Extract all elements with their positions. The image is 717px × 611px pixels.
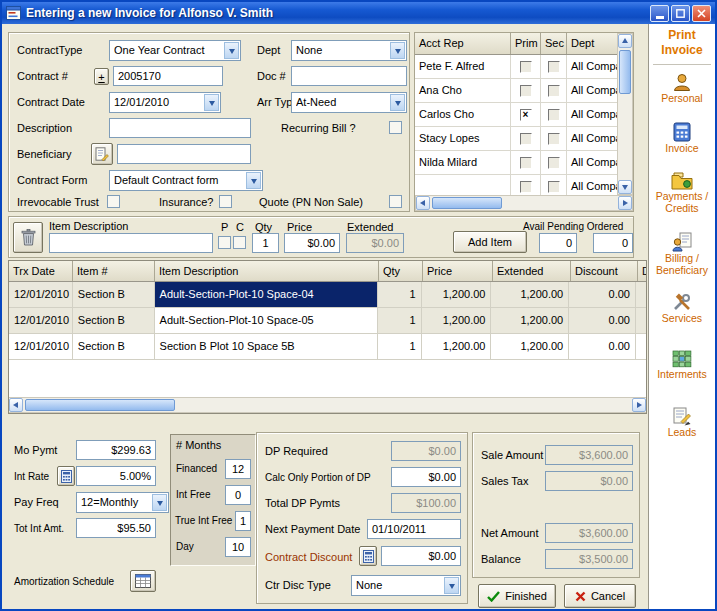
acct-grid-hscrollbar[interactable] <box>415 195 633 211</box>
invoice-item-row[interactable]: 12/01/2010 Section B Adult-Section-Plot-… <box>9 308 646 334</box>
add-item-button[interactable]: Add Item <box>453 231 527 253</box>
scroll-down-button[interactable] <box>618 180 632 194</box>
chevron-down-icon[interactable] <box>444 577 459 594</box>
prim-checkbox-cell[interactable] <box>511 175 541 195</box>
acct-rep-name[interactable]: Ana Cho <box>415 79 511 103</box>
grid-cell-extended[interactable]: 1,200.00 <box>491 308 569 334</box>
next-payment-field[interactable]: 01/10/2011 <box>367 519 461 539</box>
prim-checkbox-cell[interactable] <box>511 55 541 79</box>
sec-checkbox[interactable] <box>548 157 560 169</box>
close-button[interactable] <box>692 5 711 22</box>
sidebar-item-invoice[interactable]: Invoice <box>649 122 715 154</box>
sec-checkbox[interactable] <box>548 85 560 97</box>
irrevocable-trust-checkbox[interactable] <box>107 195 120 208</box>
sidebar-item-personal[interactable]: Personal <box>649 72 715 104</box>
acct-rep-name[interactable] <box>415 175 511 195</box>
recurring-bill-checkbox[interactable] <box>389 121 402 134</box>
grid-cell-item-no[interactable]: Section B <box>73 334 155 360</box>
grid-cell-description[interactable]: Section B Plot 10 Space 5B <box>155 334 378 360</box>
avail-field[interactable]: 0 <box>539 233 577 253</box>
sec-checkbox-cell[interactable] <box>541 127 567 151</box>
ctr-disc-type-select[interactable]: None <box>351 575 461 596</box>
acct-rep-dept[interactable]: All Compa <box>567 79 617 103</box>
grid-cell-price[interactable]: 1,200.00 <box>422 308 492 334</box>
contract-date-picker[interactable]: 12/01/2010 <box>109 92 221 113</box>
beneficiary-lookup-button[interactable] <box>91 143 113 165</box>
chevron-down-icon[interactable] <box>246 172 261 189</box>
grid-cell-discount[interactable]: 0.00 <box>569 308 636 334</box>
grid-cell-qty[interactable]: 1 <box>378 282 422 308</box>
quote-checkbox[interactable] <box>389 195 402 208</box>
sidebar-item-services[interactable]: Services <box>649 292 715 324</box>
acct-rep-name[interactable]: Carlos Cho <box>415 103 511 127</box>
chevron-down-icon[interactable] <box>390 94 405 111</box>
prim-checkbox[interactable] <box>520 61 532 73</box>
dept-select[interactable]: None <box>291 40 407 61</box>
financed-field[interactable]: 12 <box>225 459 251 479</box>
vscroll-thumb[interactable] <box>619 50 631 94</box>
grid-cell-price[interactable]: 1,200.00 <box>422 282 492 308</box>
sidebar-item-payments-credits[interactable]: Payments / Credits <box>649 172 715 214</box>
hscroll-thumb[interactable] <box>25 399 175 411</box>
acct-rep-row[interactable]: Carlos Cho × All Compa <box>415 103 617 127</box>
delete-item-button[interactable] <box>13 222 43 253</box>
prim-checkbox[interactable] <box>520 157 532 169</box>
prim-checkbox[interactable] <box>520 133 532 145</box>
chevron-down-icon[interactable] <box>204 94 219 111</box>
scroll-left-button[interactable] <box>416 196 430 210</box>
contract-discount-calc-button[interactable] <box>359 546 377 566</box>
grid-cell-extended[interactable]: 1,200.00 <box>491 282 569 308</box>
beneficiary-field[interactable] <box>117 144 251 164</box>
acct-rep-dept[interactable]: All Compa <box>567 55 617 79</box>
tot-int-field[interactable]: $95.50 <box>76 518 156 538</box>
chevron-down-icon[interactable] <box>224 42 239 59</box>
maximize-button[interactable] <box>671 5 690 22</box>
grid-cell-discount[interactable]: 0.00 <box>569 282 636 308</box>
contract-discount-field[interactable]: $0.00 <box>381 546 461 566</box>
contract-number-field[interactable]: 2005170 <box>113 66 223 86</box>
grid-cell-discount[interactable]: 0.00 <box>569 334 636 360</box>
doc-number-field[interactable] <box>291 66 407 86</box>
sec-checkbox[interactable] <box>548 133 560 145</box>
sec-checkbox-cell[interactable] <box>541 175 567 195</box>
arr-type-select[interactable]: At-Need <box>291 92 407 113</box>
acct-rep-row[interactable]: Nilda Milard All Compa <box>415 151 617 175</box>
c-checkbox[interactable] <box>233 236 246 249</box>
contract-number-add-button[interactable]: + <box>94 68 109 85</box>
grid-cell-item-no[interactable]: Section B <box>73 308 155 334</box>
prim-checkbox-cell[interactable] <box>511 151 541 175</box>
items-grid-hscrollbar[interactable] <box>9 397 646 413</box>
minimize-button[interactable] <box>650 5 669 22</box>
grid-cell-item-no[interactable]: Section B <box>73 282 155 308</box>
acct-rep-dept[interactable]: All Compa <box>567 103 617 127</box>
chevron-down-icon[interactable] <box>152 494 167 511</box>
amortization-schedule-button[interactable] <box>130 570 156 592</box>
grid-cell-description[interactable]: Adult-Section-Plot-10 Space-05 <box>155 308 378 334</box>
sec-checkbox-cell[interactable] <box>541 151 567 175</box>
sec-checkbox-cell[interactable] <box>541 103 567 127</box>
qty-field[interactable]: 1 <box>252 233 279 253</box>
sec-checkbox[interactable] <box>548 61 560 73</box>
grid-cell-d[interactable] <box>636 308 646 334</box>
sidebar-item-billing-beneficiary[interactable]: Billing / Beneficiary <box>649 232 715 276</box>
sec-checkbox[interactable] <box>548 109 560 121</box>
print-invoice-button[interactable]: Print Invoice <box>649 28 715 58</box>
acct-rep-row[interactable]: All Compa <box>415 175 617 195</box>
int-rate-field[interactable]: 5.00% <box>76 466 156 486</box>
contract-type-select[interactable]: One Year Contract <box>109 40 241 61</box>
chevron-down-icon[interactable] <box>390 42 405 59</box>
grid-cell-price[interactable]: 1,200.00 <box>422 334 492 360</box>
grid-cell-trx-date[interactable]: 12/01/2010 <box>9 334 73 360</box>
finished-button[interactable]: Finished <box>478 584 556 608</box>
int-free-field[interactable]: 0 <box>225 485 251 505</box>
acct-rep-row[interactable]: Ana Cho All Compa <box>415 79 617 103</box>
contract-form-select[interactable]: Default Contract form <box>109 170 263 191</box>
cancel-button[interactable]: Cancel <box>564 584 636 608</box>
acct-grid-vscrollbar[interactable] <box>617 33 633 195</box>
true-int-free-field[interactable]: 1 <box>235 511 251 531</box>
grid-cell-d[interactable] <box>636 334 646 360</box>
prim-checkbox[interactable]: × <box>520 109 532 121</box>
prim-checkbox-cell[interactable] <box>511 127 541 151</box>
prim-checkbox-cell[interactable]: × <box>511 103 541 127</box>
title-bar[interactable]: Entering a new Invoice for Alfonso V. Sm… <box>2 2 715 24</box>
